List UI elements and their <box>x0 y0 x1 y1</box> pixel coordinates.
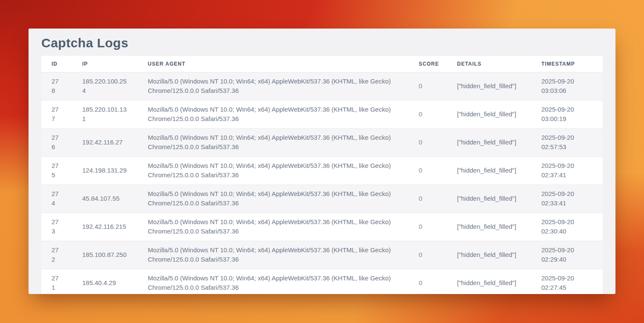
column-header-ip: IP <box>72 56 138 72</box>
column-header-timestamp: TIMESTAMP <box>531 56 603 72</box>
cell-user-agent: Mozilla/5.0 (Windows NT 10.0; Win64; x64… <box>138 213 408 241</box>
cell-user-agent: Mozilla/5.0 (Windows NT 10.0; Win64; x64… <box>138 72 408 101</box>
table-row: 272 185.100.87.250 Mozilla/5.0 (Windows … <box>41 241 603 269</box>
cell-score: 0 <box>408 269 447 294</box>
cell-ip: 185.100.87.250 <box>72 241 138 269</box>
cell-ip: 185.40.4.29 <box>72 269 138 294</box>
app-background: { "page": { "title": "Captcha Logs" }, "… <box>0 0 644 323</box>
cell-score: 0 <box>408 213 447 241</box>
cell-id: 271 <box>41 269 72 294</box>
cell-score: 0 <box>408 72 447 101</box>
cell-details: ["hidden_field_filled"] <box>447 241 531 269</box>
cell-id: 274 <box>41 185 72 213</box>
cell-ip: 192.42.116.27 <box>72 129 138 157</box>
cell-score: 0 <box>408 241 447 269</box>
cell-ip: 45.84.107.55 <box>72 185 138 213</box>
cell-timestamp: 2025-09-20 02:33:41 <box>531 185 603 213</box>
cell-user-agent: Mozilla/5.0 (Windows NT 10.0; Win64; x64… <box>138 157 408 185</box>
cell-details: ["hidden_field_filled"] <box>447 157 531 185</box>
cell-timestamp: 2025-09-20 02:30:40 <box>531 213 603 241</box>
page-title: Captcha Logs <box>41 35 603 51</box>
cell-details: ["hidden_field_filled"] <box>447 185 531 213</box>
cell-timestamp: 2025-09-20 02:29:40 <box>531 241 603 269</box>
captcha-logs-table: ID IP USER AGENT SCORE DETAILS TIMESTAMP… <box>41 56 603 294</box>
cell-id: 278 <box>41 72 72 101</box>
captcha-logs-panel: Captcha Logs ID IP USER AGENT SCORE DETA… <box>29 29 615 294</box>
cell-timestamp: 2025-09-20 02:27:45 <box>531 269 603 294</box>
logs-table-card: ID IP USER AGENT SCORE DETAILS TIMESTAMP… <box>41 56 603 294</box>
cell-score: 0 <box>408 157 447 185</box>
cell-score: 0 <box>408 129 447 157</box>
cell-id: 275 <box>41 157 72 185</box>
table-row: 271 185.40.4.29 Mozilla/5.0 (Windows NT … <box>41 269 603 294</box>
cell-user-agent: Mozilla/5.0 (Windows NT 10.0; Win64; x64… <box>138 241 408 269</box>
cell-details: ["hidden_field_filled"] <box>447 269 531 294</box>
table-row: 275 124.198.131.29 Mozilla/5.0 (Windows … <box>41 157 603 185</box>
cell-id: 273 <box>41 213 72 241</box>
cell-details: ["hidden_field_filled"] <box>447 129 531 157</box>
column-header-details: DETAILS <box>447 56 531 72</box>
cell-id: 272 <box>41 241 72 269</box>
cell-timestamp: 2025-09-20 03:00:19 <box>531 101 603 129</box>
cell-user-agent: Mozilla/5.0 (Windows NT 10.0; Win64; x64… <box>138 269 408 294</box>
table-row: 273 192.42.116.215 Mozilla/5.0 (Windows … <box>41 213 603 241</box>
cell-ip: 124.198.131.29 <box>72 157 138 185</box>
table-row: 274 45.84.107.55 Mozilla/5.0 (Windows NT… <box>41 185 603 213</box>
cell-details: ["hidden_field_filled"] <box>447 101 531 129</box>
cell-timestamp: 2025-09-20 02:57:53 <box>531 129 603 157</box>
column-header-score: SCORE <box>408 56 447 72</box>
cell-id: 277 <box>41 101 72 129</box>
cell-score: 0 <box>408 101 447 129</box>
cell-ip: 192.42.116.215 <box>72 213 138 241</box>
table-row: 276 192.42.116.27 Mozilla/5.0 (Windows N… <box>41 129 603 157</box>
table-header-row: ID IP USER AGENT SCORE DETAILS TIMESTAMP <box>41 56 603 72</box>
cell-score: 0 <box>408 185 447 213</box>
table-row: 278 185.220.100.254 Mozilla/5.0 (Windows… <box>41 72 603 101</box>
cell-details: ["hidden_field_filled"] <box>447 213 531 241</box>
cell-user-agent: Mozilla/5.0 (Windows NT 10.0; Win64; x64… <box>138 101 408 129</box>
cell-ip: 185.220.101.131 <box>72 101 138 129</box>
column-header-id: ID <box>41 56 72 72</box>
table-body: 278 185.220.100.254 Mozilla/5.0 (Windows… <box>41 72 603 294</box>
cell-timestamp: 2025-09-20 03:03:06 <box>531 72 603 101</box>
table-row: 277 185.220.101.131 Mozilla/5.0 (Windows… <box>41 101 603 129</box>
cell-id: 276 <box>41 129 72 157</box>
column-header-user-agent: USER AGENT <box>138 56 408 72</box>
cell-user-agent: Mozilla/5.0 (Windows NT 10.0; Win64; x64… <box>138 185 408 213</box>
cell-timestamp: 2025-09-20 02:37:41 <box>531 157 603 185</box>
cell-user-agent: Mozilla/5.0 (Windows NT 10.0; Win64; x64… <box>138 129 408 157</box>
cell-details: ["hidden_field_filled"] <box>447 72 531 101</box>
cell-ip: 185.220.100.254 <box>72 72 138 101</box>
